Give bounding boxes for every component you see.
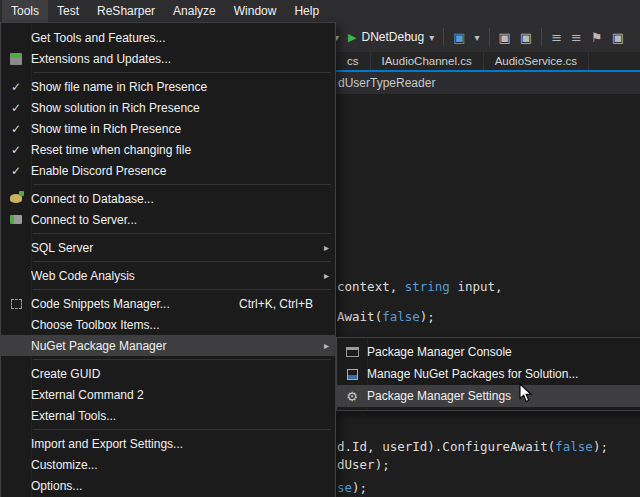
menu-item-label: Package Manager Settings xyxy=(367,389,639,403)
menu-item-import-export-settings[interactable]: Import and Export Settings... xyxy=(1,433,335,454)
tab-partial[interactable]: cs xyxy=(336,52,371,70)
submenu-item-package-manager-settings[interactable]: ⚙ Package Manager Settings xyxy=(337,385,640,407)
tools-menu: Get Tools and Features... Extensions and… xyxy=(0,22,336,497)
gear-icon: ⚙ xyxy=(346,390,358,403)
code-text: ); xyxy=(352,480,367,495)
menu-item-label: Extensions and Updates... xyxy=(31,52,329,66)
code-keyword: se xyxy=(337,480,352,495)
code-keyword: false xyxy=(555,439,593,454)
icon-cell xyxy=(337,369,367,380)
menubar-item-tools[interactable]: Tools xyxy=(2,0,48,22)
indent-decrease-icon[interactable]: ≡ xyxy=(551,31,562,44)
icon-cell xyxy=(1,215,31,224)
menubar-item-help[interactable]: Help xyxy=(285,0,328,22)
tab-audioservice[interactable]: AudioService.cs xyxy=(484,52,589,70)
code-text: d.Id, userId).ConfigureAwait( xyxy=(337,439,555,454)
menu-item-options[interactable]: Options... xyxy=(1,475,335,496)
menu-item-label: Connect to Database... xyxy=(31,192,329,206)
profiler-caret-icon[interactable]: ▾ xyxy=(475,32,480,43)
menubar-item-test[interactable]: Test xyxy=(48,0,88,22)
menu-item-label: Choose Toolbox Items... xyxy=(31,318,329,332)
menu-item-reset-time[interactable]: ✓ Reset time when changing file xyxy=(1,139,335,160)
start-debug-button[interactable]: ▶ DNetDebug ▾ xyxy=(348,30,434,44)
menu-item-label: Manage NuGet Packages for Solution... xyxy=(367,367,639,381)
submenu-item-package-manager-console[interactable]: Package Manager Console xyxy=(337,341,640,363)
menu-item-label: Connect to Server... xyxy=(31,213,329,227)
menu-separator xyxy=(33,289,331,290)
check-icon: ✓ xyxy=(1,101,31,115)
menu-item-external-tools[interactable]: External Tools... xyxy=(1,405,335,426)
new-window-icon[interactable]: ▣ xyxy=(499,31,511,44)
icon-cell xyxy=(1,53,31,65)
breadcrumb[interactable]: dUserTypeReader xyxy=(338,76,435,90)
toolbar-separator xyxy=(541,28,542,46)
code-line: d.Id, userId).ConfigureAwait(false); xyxy=(337,439,608,454)
icon-cell xyxy=(1,299,31,309)
menu-item-enable-discord-presence[interactable]: ✓ Enable Discord Presence xyxy=(1,160,335,181)
menu-item-label: Import and Export Settings... xyxy=(31,437,329,451)
icon-cell xyxy=(337,347,367,357)
menu-item-code-snippets-manager[interactable]: Code Snippets Manager... Ctrl+K, Ctrl+B xyxy=(1,293,335,314)
play-icon: ▶ xyxy=(348,31,356,44)
menu-item-get-tools-and-features[interactable]: Get Tools and Features... xyxy=(1,27,335,48)
menu-item-shortcut: Ctrl+K, Ctrl+B xyxy=(239,297,313,311)
extensions-icon xyxy=(10,53,22,65)
menu-item-sql-server[interactable]: SQL Server ▸ xyxy=(1,237,335,258)
menu-item-show-time[interactable]: ✓ Show time in Rich Presence xyxy=(1,118,335,139)
check-icon: ✓ xyxy=(1,143,31,157)
console-icon xyxy=(346,347,359,357)
debug-target-label: DNetDebug xyxy=(362,30,425,44)
code-line: context, string input, xyxy=(337,279,503,294)
menu-item-external-command-2[interactable]: External Command 2 xyxy=(1,384,335,405)
menu-item-show-file-name[interactable]: ✓ Show file name in Rich Presence xyxy=(1,76,335,97)
menubar-item-resharper[interactable]: ReSharper xyxy=(88,0,164,22)
menu-item-web-code-analysis[interactable]: Web Code Analysis ▸ xyxy=(1,265,335,286)
menubar-item-analyze[interactable]: Analyze xyxy=(164,0,225,22)
snippets-icon xyxy=(11,299,22,309)
package-icon xyxy=(347,369,358,380)
menu-item-create-guid[interactable]: Create GUID xyxy=(1,363,335,384)
menu-item-nuget-package-manager[interactable]: NuGet Package Manager ▸ xyxy=(1,335,335,356)
menu-item-choose-toolbox-items[interactable]: Choose Toolbox Items... xyxy=(1,314,335,335)
menu-item-label: Options... xyxy=(31,479,329,493)
icon-cell xyxy=(1,194,31,203)
menu-item-connect-to-server[interactable]: Connect to Server... xyxy=(1,209,335,230)
code-text: input, xyxy=(450,279,503,294)
menu-item-label: Show time in Rich Presence xyxy=(31,122,329,136)
toolbar-separator xyxy=(443,28,444,46)
menu-separator xyxy=(33,261,331,262)
check-icon: ✓ xyxy=(1,164,31,178)
menu-item-label: Enable Discord Presence xyxy=(31,164,329,178)
debug-target-caret-icon: ▾ xyxy=(429,32,434,43)
code-line: Await(false); xyxy=(337,309,435,324)
menubar-item-window[interactable]: Window xyxy=(225,0,286,22)
menu-separator xyxy=(33,429,331,430)
code-line: se); xyxy=(337,480,367,495)
panel-icon[interactable]: ▣ xyxy=(612,31,624,44)
split-window-icon[interactable]: ▣ xyxy=(520,31,532,44)
menu-item-extensions-and-updates[interactable]: Extensions and Updates... xyxy=(1,48,335,69)
check-icon: ✓ xyxy=(1,80,31,94)
menu-item-label: Show solution in Rich Presence xyxy=(31,101,329,115)
submenu-item-manage-nuget-packages[interactable]: Manage NuGet Packages for Solution... xyxy=(337,363,640,385)
profiler-icon[interactable]: ▣ xyxy=(453,31,465,44)
bookmark-icon[interactable]: ⚑ xyxy=(591,31,603,44)
menu-item-label: SQL Server xyxy=(31,241,315,255)
menu-item-label: External Command 2 xyxy=(31,388,329,402)
menu-item-label: Web Code Analysis xyxy=(31,269,315,283)
menu-item-show-solution[interactable]: ✓ Show solution in Rich Presence xyxy=(1,97,335,118)
indent-increase-icon[interactable]: ≡ xyxy=(571,31,582,44)
menu-item-customize[interactable]: Customize... xyxy=(1,454,335,475)
menu-item-label: Customize... xyxy=(31,458,329,472)
check-icon: ✓ xyxy=(1,122,31,136)
menu-item-connect-to-database[interactable]: Connect to Database... xyxy=(1,188,335,209)
database-icon xyxy=(10,194,22,203)
server-icon xyxy=(10,215,22,224)
tab-iaudiochannel[interactable]: IAudioChannel.cs xyxy=(371,52,484,70)
submenu-arrow-icon: ▸ xyxy=(315,340,329,351)
menu-item-label: Package Manager Console xyxy=(367,345,639,359)
code-text: ); xyxy=(593,439,608,454)
code-text: Await( xyxy=(337,309,382,324)
menu-item-label: Code Snippets Manager... xyxy=(31,297,239,311)
icon-cell: ⚙ xyxy=(337,390,367,403)
